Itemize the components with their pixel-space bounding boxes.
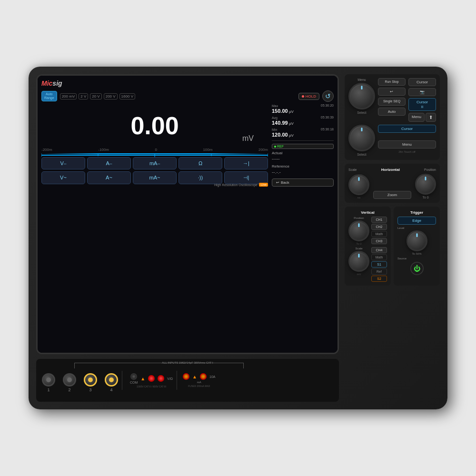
vertical-label: Vertical	[348, 210, 387, 215]
ref-dot-icon	[274, 146, 276, 148]
bit-badge: 12bit	[259, 183, 268, 187]
hold-button[interactable]: HOLD	[298, 93, 319, 100]
cursor2-button[interactable]: CursorII	[408, 98, 436, 111]
port-3-connector[interactable]	[84, 373, 97, 387]
scale-labels: -200m -100m 0 100m 200m	[41, 148, 268, 152]
measurement-buttons: V─ A─ mA─ Ω →| V~ A~ mA~ ·)) ⊣|	[41, 157, 268, 184]
port-2-connector[interactable]	[63, 373, 76, 387]
ma-label: mA	[183, 381, 215, 384]
ch4-button[interactable]: CH4	[371, 247, 387, 253]
back-button[interactable]: ↩ Back	[272, 178, 334, 187]
scale-2v[interactable]: 2 V	[79, 93, 88, 99]
ref-button[interactable]: REF	[272, 144, 334, 149]
select-label-2: Select	[357, 153, 366, 156]
select-label-1: Select	[357, 111, 366, 114]
meas-maac-button[interactable]: mA~	[133, 171, 177, 184]
right-panel: Menu Select Run Stop ↩ Single SEQ Auto	[345, 74, 440, 402]
mv-label: mV	[357, 273, 361, 276]
menu3-button[interactable]: Menu	[378, 140, 436, 149]
math2-button[interactable]: Math	[371, 254, 387, 260]
zoom-button[interactable]: Zoom	[373, 191, 411, 199]
s1-button[interactable]: S1	[371, 261, 387, 268]
meas-ohm-button[interactable]: Ω	[178, 157, 222, 169]
min-stat: Min 05:36:18 120.00 μV	[272, 128, 334, 138]
run-stop-button[interactable]: Run Stop	[378, 78, 406, 86]
scale-v-knob[interactable]	[348, 251, 369, 272]
bottom-ports: ALL INPUTS 1MΩ//14pF 300Vrms CAT I 1 2 3…	[36, 359, 339, 402]
trigger-label: Trigger	[397, 210, 436, 215]
ports-divider-2	[177, 371, 177, 390]
port-bracket	[74, 363, 244, 368]
scale-h-knob[interactable]	[348, 174, 369, 195]
edge-button[interactable]: Edge	[397, 217, 436, 225]
horizontal-label: Horizontal	[381, 168, 400, 172]
scale-line	[41, 153, 268, 154]
menu2-button[interactable]: Menu	[408, 113, 425, 122]
meas-vac-button[interactable]: V~	[41, 171, 85, 184]
brand-logo: Micsig	[41, 79, 62, 87]
level-knob[interactable]	[407, 230, 427, 251]
trigger-section: Trigger Edge Level To 50% Source ⏻	[394, 207, 440, 286]
auto-range-button[interactable]: Auto Range	[41, 91, 57, 101]
cursor1-button[interactable]: Cursor	[408, 78, 436, 86]
scale-h-label: Scale	[348, 168, 357, 171]
left-panel: Micsig Auto Range 200 mV 2 V 20 V 200 V …	[36, 74, 339, 402]
power-button[interactable]: ⏻	[410, 262, 424, 275]
meas-aac-button[interactable]: A~	[87, 171, 131, 184]
ten-a-label: 10A	[209, 375, 215, 378]
com-jack[interactable]	[130, 373, 137, 380]
main-knob[interactable]	[348, 83, 375, 109]
auto-button[interactable]: Auto	[378, 108, 406, 116]
ma-jack-1[interactable]	[183, 373, 189, 380]
ch3-button[interactable]: CH3	[371, 238, 387, 244]
screen-inner: Micsig Auto Range 200 mV 2 V 20 V 200 V …	[38, 76, 337, 353]
hold-dot-icon	[302, 95, 304, 98]
menu-label-top: Menu	[357, 78, 366, 81]
stats-panel: Max 05:36:20 150.00 μV Avg 05:36:39 140	[272, 104, 334, 187]
port-4: 4	[105, 373, 118, 392]
touch-off-label: 2fin Touch off	[378, 150, 436, 153]
right-btn-col-3: Cursor Menu 2fin Touch off	[378, 125, 436, 153]
meas-beep-button[interactable]: ·))	[178, 171, 222, 184]
secondary-knob[interactable]	[348, 125, 375, 151]
ch2-button[interactable]: CH2	[371, 224, 387, 230]
cursor3-button[interactable]: Cursor	[378, 125, 436, 133]
ma-jack-2[interactable]	[200, 373, 207, 380]
camera-button[interactable]: 📷	[408, 88, 436, 96]
single-seq-button[interactable]: Single SEQ	[378, 98, 406, 105]
position-h-knob[interactable]	[415, 174, 436, 195]
ref-small-button[interactable]: Ref	[371, 268, 387, 275]
meas-vdc-button[interactable]: V─	[41, 157, 85, 169]
to0-label: To 0	[422, 196, 428, 199]
reference-value: --.-.-	[272, 169, 334, 175]
to50-label: To 50%	[412, 252, 421, 255]
port-4-connector[interactable]	[105, 373, 118, 387]
meas-cap-button[interactable]: ⊣|	[224, 171, 268, 184]
meas-adc-button[interactable]: A─	[87, 157, 131, 169]
source-label: Source	[397, 257, 436, 260]
position-v-knob[interactable]	[348, 220, 369, 241]
ports-divider	[122, 371, 122, 390]
meas-madc-button[interactable]: mA─	[133, 157, 177, 169]
back-ctrl-button[interactable]: ↩	[378, 88, 406, 96]
upload-button[interactable]: ⬆	[426, 113, 436, 122]
hires-label: High Resolution Oscilloscope	[214, 183, 258, 187]
s2-button[interactable]: S2	[371, 276, 387, 282]
scale-200mv[interactable]: 200 mV	[60, 93, 77, 99]
scale-20v[interactable]: 20 V	[90, 93, 101, 99]
ch1-button[interactable]: CH1	[371, 217, 387, 223]
reference-label: Reference	[272, 164, 334, 169]
scale-200v[interactable]: 200 V	[104, 93, 118, 99]
position-h-label: Position	[424, 168, 436, 171]
input-spec-label: ALL INPUTS 1MΩ//14pF 300Vrms CAT I	[162, 361, 213, 364]
scale-1600v[interactable]: 1600 V	[119, 93, 135, 99]
vio-jack-2[interactable]	[158, 375, 164, 382]
vio-jack-1[interactable]	[148, 375, 155, 382]
port-2: 2	[63, 373, 76, 392]
port-1-connector[interactable]	[42, 373, 55, 387]
level-label: Level	[397, 227, 436, 229]
math-button[interactable]: Math	[371, 231, 387, 237]
meas-diode-button[interactable]: →|	[224, 157, 268, 169]
vertical-section: Vertical Position To 0 CH1 CH2 Math CH3	[345, 207, 391, 286]
reset-button[interactable]: ↺	[322, 90, 334, 102]
